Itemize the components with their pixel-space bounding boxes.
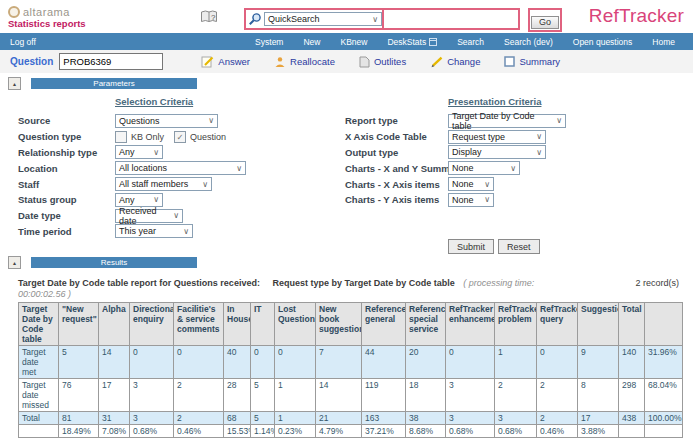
quicksearch-scope-select[interactable]: QuickSearch bbox=[264, 12, 382, 26]
table-cell: 37.21% bbox=[362, 425, 406, 438]
logoff-link[interactable]: Log off bbox=[0, 37, 46, 47]
report-type-label: Report type bbox=[345, 115, 448, 126]
table-cell: 14 bbox=[99, 346, 130, 379]
nav-kbnew[interactable]: KBnew bbox=[330, 37, 377, 47]
submit-button[interactable]: Submit bbox=[448, 239, 494, 254]
x-axis-code-table-label: X Axis Code Table bbox=[345, 131, 448, 142]
date-type-select[interactable]: Received date bbox=[115, 209, 183, 223]
x-axis-code-table-select[interactable]: Request type bbox=[448, 130, 546, 144]
column-header: Reference special service bbox=[406, 303, 446, 346]
table-cell: 20 bbox=[406, 346, 446, 379]
change-pencil-icon bbox=[430, 56, 443, 68]
charts-y-items-row: Charts - Y Axis items None bbox=[345, 192, 655, 208]
table-cell: 298 bbox=[619, 379, 645, 412]
table-cell: 0.46% bbox=[174, 425, 224, 438]
altarama-logo: altarama Statistics reports bbox=[8, 6, 86, 30]
staff-row: Staff All staff members bbox=[18, 176, 333, 192]
time-period-label: Time period bbox=[18, 226, 115, 237]
go-button[interactable]: Go bbox=[531, 16, 559, 29]
selection-criteria-heading: Selection Criteria bbox=[115, 96, 333, 107]
table-cell: 2 bbox=[537, 412, 578, 425]
charts-x-items-label: Charts - X Axis items bbox=[345, 179, 448, 190]
column-header: RefTracker enhancement bbox=[446, 303, 495, 346]
charts-x-items-select[interactable]: None bbox=[448, 177, 494, 191]
table-cell: 0.68% bbox=[130, 425, 174, 438]
output-type-label: Output type bbox=[345, 147, 448, 158]
table-cell: 31 bbox=[99, 412, 130, 425]
summary-action[interactable]: Summary bbox=[504, 56, 560, 67]
summary-square-icon bbox=[504, 56, 515, 67]
table-cell: 5 bbox=[59, 346, 99, 379]
table-cell: 17 bbox=[578, 412, 619, 425]
collapse-parameters-button[interactable]: ▴ bbox=[8, 77, 21, 90]
nav-system[interactable]: System bbox=[245, 37, 293, 47]
help-book-icon[interactable]: ? bbox=[200, 9, 218, 28]
table-cell: 8.68% bbox=[406, 425, 446, 438]
answer-icon bbox=[201, 56, 214, 68]
reset-button[interactable]: Reset bbox=[498, 239, 540, 254]
question-checkbox[interactable]: ✓ bbox=[174, 131, 186, 143]
table-cell: 17 bbox=[99, 379, 130, 412]
table-cell: 2 bbox=[174, 379, 224, 412]
table-cell: 1 bbox=[495, 346, 537, 379]
nav-deskstats[interactable]: DeskStats bbox=[377, 37, 447, 47]
source-select[interactable]: Questions bbox=[115, 114, 218, 128]
nav-home[interactable]: Home bbox=[642, 37, 685, 47]
staff-label: Staff bbox=[18, 179, 115, 190]
table-cell: 163 bbox=[362, 412, 406, 425]
column-header: Facilitie's & service comments bbox=[174, 303, 224, 346]
record-count: 2 record(s) bbox=[635, 278, 679, 288]
outlites-action[interactable]: Outlites bbox=[359, 56, 406, 68]
nav-open-questions[interactable]: Open questions bbox=[563, 37, 643, 47]
column-header: RefTracker query bbox=[537, 303, 578, 346]
charts-y-items-select[interactable]: None bbox=[448, 193, 494, 207]
answer-action[interactable]: Answer bbox=[201, 56, 250, 68]
time-period-select[interactable]: This year bbox=[115, 224, 193, 238]
staff-select[interactable]: All staff members bbox=[115, 177, 212, 191]
x-axis-code-table-row: X Axis Code Table Request type bbox=[345, 129, 655, 145]
table-cell: 76 bbox=[59, 379, 99, 412]
status-group-row: Status group Any bbox=[18, 192, 333, 208]
nav-search[interactable]: Search bbox=[447, 37, 494, 47]
output-type-select[interactable]: Display bbox=[448, 145, 546, 159]
change-action[interactable]: Change bbox=[430, 56, 480, 68]
selection-criteria-column: Selection Criteria Source Questions Ques… bbox=[18, 96, 333, 239]
table-cell: 7.08% bbox=[99, 425, 130, 438]
report-type-select[interactable]: Target Date by Code table bbox=[448, 114, 566, 128]
table-cell: 0.68% bbox=[495, 425, 537, 438]
question-input[interactable] bbox=[59, 53, 163, 70]
collapse-results-button[interactable]: ▴ bbox=[8, 256, 21, 269]
svg-text:?: ? bbox=[211, 13, 216, 22]
table-cell: 15.53% bbox=[224, 425, 251, 438]
location-select[interactable]: All locations bbox=[115, 161, 246, 175]
table-cell: 3 bbox=[495, 412, 537, 425]
presentation-criteria-column: Presentation Criteria Report type Target… bbox=[345, 96, 655, 208]
output-type-row: Output type Display bbox=[345, 145, 655, 161]
column-header: New book suggestion bbox=[316, 303, 362, 346]
kb-only-checkbox[interactable] bbox=[115, 131, 127, 143]
table-cell: 5 bbox=[251, 412, 275, 425]
report-title-line: Target Date by Code table report for Que… bbox=[18, 278, 679, 301]
table-cell: 38 bbox=[406, 412, 446, 425]
nav-new[interactable]: New bbox=[293, 37, 330, 47]
altarama-logo-icon bbox=[8, 6, 20, 18]
results-section-title: Results bbox=[31, 257, 197, 268]
relationship-type-select[interactable]: Any bbox=[115, 145, 163, 159]
nav-search-dev[interactable]: Search (dev) bbox=[494, 37, 563, 47]
table-cell: 18 bbox=[406, 379, 446, 412]
column-header: Alpha bbox=[99, 303, 130, 346]
main-navbar: Log off System New KBnew DeskStats Searc… bbox=[0, 33, 693, 50]
charts-xy-summary-select[interactable]: None bbox=[448, 161, 520, 175]
table-cell: 140 bbox=[619, 346, 645, 379]
row-label: Target date missed bbox=[19, 379, 59, 412]
source-row: Source Questions bbox=[18, 113, 333, 129]
table-row-total: Total 81 31 3 2 68 5 1 21 163 38 3 3 2 1… bbox=[19, 412, 683, 425]
quicksearch-input[interactable] bbox=[384, 12, 518, 26]
table-cell: 68.04% bbox=[645, 379, 683, 412]
search-icon bbox=[246, 12, 264, 26]
relationship-type-row: Relationship type Any bbox=[18, 145, 333, 161]
kb-only-label: KB Only bbox=[131, 132, 164, 142]
charts-xy-summary-row: Charts - X and Y Summary None bbox=[345, 160, 655, 176]
reallocate-action[interactable]: Reallocate bbox=[274, 56, 335, 68]
column-header bbox=[645, 303, 683, 346]
